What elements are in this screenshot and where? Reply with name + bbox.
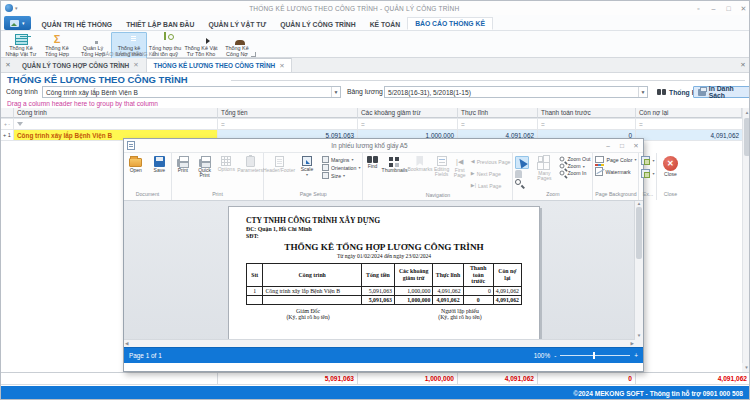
signature-row: Giám Đốc (Ký, ghi rõ họ tên) Người lập p…	[246, 308, 522, 320]
column-header-thuc-linh[interactable]: Thực lĩnh	[458, 108, 538, 118]
scroll-up-icon[interactable]: ▲	[635, 201, 643, 206]
thumbnails-button[interactable]: Thumbnails	[382, 155, 408, 173]
construction-combobox[interactable]: Công trình xây lắp Bệnh Viện B ▼	[42, 86, 341, 98]
grid-vertical-scrollbar[interactable]: ▲	[742, 108, 750, 372]
tabstrip-close-icon[interactable]: ✕	[1, 58, 15, 72]
bookmark-icon	[416, 156, 423, 166]
report-date-range: Từ ngày 01/02/2024 đến ngày 23/02/2024	[246, 253, 522, 259]
zoom-out-button[interactable]: Zoom Out	[559, 156, 590, 162]
page-color-button[interactable]: Page Color▾	[595, 156, 636, 163]
dialog-minimize-button[interactable]: –	[601, 142, 615, 149]
app-menu-button[interactable]: ▾	[4, 16, 31, 30]
watermark-button[interactable]: Watermark	[595, 167, 636, 176]
preview-horizontal-scrollbar[interactable]: ◀ ▶	[124, 339, 635, 347]
filter-cell-thuc-linh[interactable]: =	[458, 119, 538, 129]
column-header-con-no-lai[interactable]: Còn nợ lại	[636, 108, 742, 118]
maximize-button[interactable]: □	[721, 2, 736, 15]
ribbon-tab-bao-cao-thong-ke[interactable]: BÁO CÁO THỐNG KÊ	[407, 17, 493, 30]
orientation-icon	[322, 164, 329, 171]
scroll-up-icon[interactable]: ▲	[743, 108, 750, 117]
filter-cell-thanh-toan-truoc[interactable]: =	[538, 119, 636, 129]
page-indicator: Page 1 of 1	[129, 352, 162, 359]
scroll-right-icon[interactable]: ▶	[631, 341, 634, 346]
zoom-button[interactable]: Zoom▾	[559, 163, 590, 169]
quick-print-button[interactable]: Quick Print	[194, 155, 216, 179]
zoom-slider[interactable]	[560, 355, 630, 356]
close-button[interactable]: ✕	[736, 2, 750, 15]
scroll-down-icon[interactable]: ▼	[635, 333, 643, 338]
ribbon-group-label: BÁO CÁO THỐNG KÊ	[3, 51, 255, 57]
company-name: CTY TNHH CÔNG TRÌNH XÂY DỰNG	[246, 216, 522, 225]
scrollbar-thumb[interactable]	[636, 207, 642, 259]
preview-page: CTY TNHH CÔNG TRÌNH XÂY DỰNG ĐC: Quận 1,…	[228, 206, 540, 347]
column-header-cac-khoang-giam-tru[interactable]: Các khoảng giảm trừ	[358, 108, 458, 118]
preview-vertical-scrollbar[interactable]: ▲ ▼	[634, 201, 643, 347]
save-button[interactable]: Save	[148, 155, 172, 173]
ribbon-tab-ke-toan[interactable]: KẾ TOÁN	[363, 19, 407, 30]
zoom-in-button[interactable]: Zoom In	[559, 170, 590, 176]
page-color-icon	[595, 156, 604, 163]
filter-cell-tong-tien[interactable]: =	[218, 119, 358, 129]
print-list-button[interactable]: In Danh Sách	[693, 86, 750, 98]
filter-cell-con-no-lai[interactable]: =	[636, 119, 742, 129]
sign-right-sub: (Ký, ghi rõ họ tên)	[398, 314, 522, 320]
report-header-row: Stt Công trình Tổng tiền Các khoảng giảm…	[247, 264, 522, 287]
dialog-close-button[interactable]: ✕	[629, 142, 643, 150]
open-button[interactable]: Open	[124, 155, 148, 173]
export-document-button[interactable]: ▾	[641, 156, 654, 165]
minimize-button[interactable]: –	[706, 2, 721, 15]
column-header-thanh-toan-truoc[interactable]: Thanh toán trước	[538, 108, 636, 118]
scrollbar-thumb[interactable]	[744, 118, 750, 156]
zoom-plus-button[interactable]: +	[634, 352, 638, 359]
ribbon-tab-quan-tri-he-thong[interactable]: QUẢN TRỊ HỆ THỐNG	[35, 19, 120, 30]
clipboard-icon	[246, 156, 255, 167]
chevron-down-icon[interactable]: ▼	[638, 87, 647, 97]
pointer-tool-button[interactable]	[515, 156, 529, 169]
ribbon-tab-quan-ly-cong-trinh[interactable]: QUẢN LÝ CÔNG TRÌNH	[273, 19, 363, 30]
scale-button[interactable]: Scale▾	[294, 155, 320, 177]
many-pages-icon	[538, 156, 543, 162]
hand-tool-button[interactable]	[515, 170, 529, 178]
column-header-cong-trinh[interactable]: Công trình	[14, 108, 218, 118]
preview-status-bar: Page 1 of 1 100% - +	[124, 347, 643, 363]
filter-cell-giam-tru[interactable]: =	[358, 119, 458, 129]
page-size-icon	[322, 172, 329, 179]
tab-thong-ke-luong-theo-cong-trinh[interactable]: THỐNG KÊ LƯƠNG THEO CÔNG TRÌNH ✕	[147, 58, 293, 72]
tabstrip-right-close-icon[interactable]: ✕	[735, 58, 750, 72]
group-dialog-launcher-icon[interactable]	[251, 52, 256, 57]
ribbon-tab-strip: ▾ QUẢN TRỊ HỆ THỐNG THIẾT LẬP BAN ĐẦU QU…	[1, 15, 750, 31]
magnifier-tool-button[interactable]	[515, 179, 529, 185]
send-document-button[interactable]: ▾	[641, 169, 654, 178]
cursor-icon	[517, 157, 529, 169]
chevron-down-icon[interactable]: ▼	[331, 87, 340, 97]
filter-cell-cong-trinh[interactable]	[14, 119, 218, 129]
zoom-slider-thumb[interactable]	[593, 352, 595, 359]
size-button[interactable]: Size▾	[322, 172, 360, 179]
tab-quan-ly-tong-hop-cong-trinh[interactable]: QUẢN LÝ TỔNG HỢP CÔNG TRÌNH ✕	[15, 58, 147, 72]
print-preview-dialog: In phiếu lương khổ giấy A5 – □ ✕ Open Sa…	[123, 138, 644, 372]
find-button[interactable]: Find	[363, 155, 381, 169]
tab-close-icon[interactable]: ✕	[279, 62, 284, 70]
ribbon-tab-thiet-lap-ban-dau[interactable]: THIẾT LẬP BAN ĐẦU	[119, 19, 201, 30]
send-icon	[641, 169, 650, 178]
orientation-button[interactable]: Orientation▾	[322, 164, 360, 171]
zoom-minus-button[interactable]: -	[554, 352, 556, 359]
ribbon-tab-quan-ly-vat-tu[interactable]: QUẢN LÝ VẬT TƯ	[201, 19, 273, 30]
column-header-tong-tien[interactable]: Tổng tiền	[218, 108, 358, 118]
dialog-titlebar[interactable]: In phiếu lương khổ giấy A5 – □ ✕	[124, 139, 643, 152]
cell-con-no-lai[interactable]: 4,091,062	[636, 130, 742, 140]
parameters-button: Parameters	[237, 155, 263, 173]
dialog-maximize-button[interactable]: □	[615, 142, 629, 149]
print-button[interactable]: Print	[172, 155, 194, 173]
margins-button[interactable]: Margins▾	[322, 156, 360, 163]
summary-thanh-toan-truoc: 0	[538, 373, 636, 385]
tab-close-icon[interactable]: ✕	[133, 61, 138, 69]
thumbnails-icon	[389, 157, 393, 161]
payroll-combobox[interactable]: 5/2018(16-31), 5/2018(1-15) ▼	[384, 86, 648, 98]
scroll-down-icon[interactable]: ▼	[742, 363, 750, 372]
scroll-left-icon[interactable]: ◀	[125, 341, 128, 346]
status-text: ©2024 MEKONG SOFT - Thông tin hỗ trợ 090…	[573, 390, 743, 397]
window-options-button[interactable]: ▫	[691, 2, 706, 15]
close-preview-button[interactable]: ✕Close	[657, 155, 683, 177]
magnifier-icon	[515, 179, 521, 185]
